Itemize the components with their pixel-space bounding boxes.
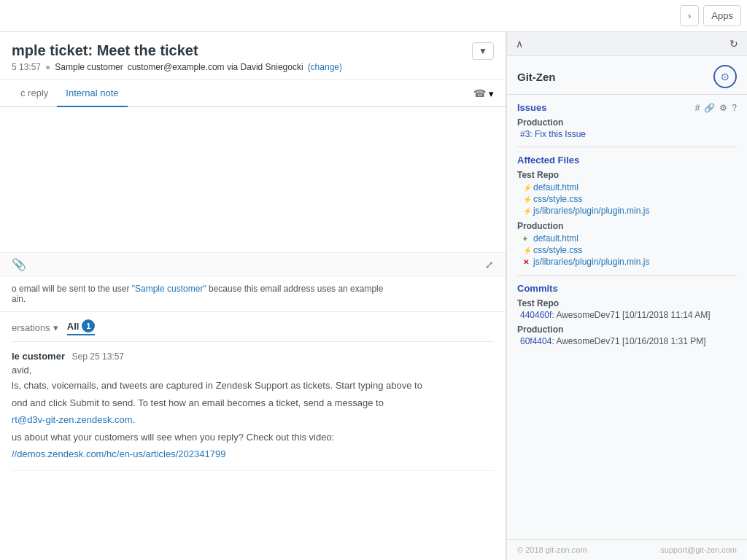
- file-name-3[interactable]: js/libraries/plugin/plugin.min.js: [533, 206, 649, 216]
- phone-icon-area: ☎ ▾: [473, 88, 494, 99]
- affected-files-title: Affected Files: [517, 155, 579, 166]
- commit-item-1: 440460f: AwesomeDev71 [10/11/2018 11:14 …: [517, 310, 737, 320]
- main-layout: mple ticket: Meet the ticket 5 13:57 ● S…: [0, 32, 747, 560]
- chevron-button[interactable]: ›: [680, 5, 699, 26]
- ticket-date: 5 13:57: [12, 62, 41, 72]
- git-zen-panel: ∧ ↻ Git-Zen ⊙ Issues # 🔗 ⚙ ? Production …: [506, 32, 747, 560]
- file-icon-modified-4: ⚡: [523, 246, 530, 254]
- message-body-3: us about what your customers will see wh…: [12, 430, 494, 445]
- commit-hash-2[interactable]: 60f4404: [520, 336, 551, 346]
- commit-item-2: 60f4404: AwesomeDev71 [10/16/2018 1:31 P…: [517, 336, 737, 346]
- message-period: .: [133, 414, 136, 425]
- file-name-1[interactable]: default.html: [533, 182, 578, 192]
- message-video-link: //demos.zendesk.com/hc/en-us/articles/20…: [12, 447, 494, 462]
- file-item-6: ✕ js/libraries/plugin/plugin.min.js: [517, 256, 737, 268]
- all-count-badge: 1: [82, 319, 95, 332]
- reply-tabs-left: c reply Internal note: [12, 80, 128, 106]
- conversations-section: ersations ▾ All 1 le customer Sep 25 13:…: [0, 312, 506, 560]
- reply-input-area[interactable]: [0, 107, 506, 253]
- customer-email: customer@example.com via David Sniegocki: [128, 62, 303, 72]
- issue-item-1[interactable]: #3: Fix this Issue: [517, 129, 737, 139]
- conversations-chevron: ▾: [53, 322, 58, 333]
- divider-2: [517, 275, 737, 276]
- tab-internal-note[interactable]: Internal note: [57, 80, 127, 107]
- help-icon[interactable]: ?: [732, 103, 737, 113]
- gear-icon[interactable]: ⚙: [719, 103, 727, 113]
- ticket-title: mple ticket: Meet the ticket: [12, 42, 342, 59]
- conversations-all-tab[interactable]: All 1: [67, 319, 96, 335]
- attach-icon[interactable]: 📎: [12, 257, 26, 271]
- commits-testrepo-label: Test Repo: [517, 298, 737, 308]
- reply-toolbar: 📎 ⤢: [0, 253, 506, 276]
- phone-icon: ☎: [473, 88, 486, 99]
- commits-production-label: Production: [517, 324, 737, 335]
- commits-section-header: Commits: [517, 283, 737, 294]
- conversations-title[interactable]: ersations ▾: [12, 322, 58, 333]
- file-name-5[interactable]: css/style.css: [533, 245, 582, 255]
- git-zen-topbar: ∧ ↻: [507, 32, 747, 56]
- file-item-2: ⚡ css/style.css: [517, 193, 737, 205]
- message-body-1: ls, chats, voicemails, and tweets are ca…: [12, 378, 494, 393]
- message-item: le customer Sep 25 13:57 avid, ls, chats…: [12, 342, 494, 471]
- git-zen-logo-icon: ⊙: [713, 65, 737, 88]
- issues-production-label: Production: [517, 117, 737, 128]
- file-item-3: ⚡ js/libraries/plugin/plugin.min.js: [517, 205, 737, 217]
- affected-files-section-header: Affected Files: [517, 155, 737, 166]
- git-zen-body: Issues # 🔗 ⚙ ? Production #3: Fix this I…: [507, 95, 747, 539]
- apps-button[interactable]: Apps: [703, 5, 741, 26]
- expand-icon[interactable]: ⤢: [485, 259, 494, 271]
- issues-section-icons: # 🔗 ⚙ ?: [695, 103, 737, 113]
- link-icon[interactable]: 🔗: [704, 103, 715, 113]
- message-date: Sep 25 13:57: [72, 351, 124, 362]
- collapse-button[interactable]: ∧: [516, 38, 523, 50]
- conversations-label: ersations: [12, 322, 50, 333]
- hash-icon[interactable]: #: [695, 103, 700, 113]
- warning-line2: ain.: [12, 294, 26, 304]
- change-link[interactable]: (change): [308, 62, 342, 72]
- ticket-meta: 5 13:57 ● Sample customer customer@examp…: [12, 62, 342, 72]
- message-link[interactable]: //demos.zendesk.com/hc/en-us/articles/20…: [12, 448, 225, 459]
- refresh-button[interactable]: ↻: [729, 38, 738, 50]
- file-name-6[interactable]: js/libraries/plugin/plugin.min.js: [533, 257, 649, 267]
- commit-hash-1[interactable]: 440460f: [520, 310, 551, 320]
- warning-text-before: o email will be sent to the user: [12, 284, 132, 294]
- ticket-dropdown[interactable]: ▼: [472, 42, 494, 60]
- warning-quoted: "Sample customer": [132, 284, 206, 294]
- issues-section-title: Issues: [517, 102, 546, 113]
- git-zen-header: Git-Zen ⊙: [507, 56, 747, 95]
- affected-files-production-label: Production: [517, 221, 737, 231]
- footer-copyright[interactable]: © 2018 git-zen.com: [517, 545, 587, 554]
- message-author: le customer: [12, 351, 65, 362]
- customer-name: Sample customer: [55, 62, 123, 72]
- reply-tabs: c reply Internal note ☎ ▾: [0, 80, 506, 107]
- message-body-email: rt@d3v-git-zen.zendesk.com.: [12, 413, 494, 427]
- message-email-link[interactable]: rt@d3v-git-zen.zendesk.com: [12, 414, 133, 425]
- file-icon-added-1: +: [523, 235, 530, 243]
- phone-chevron: ▾: [489, 88, 494, 99]
- footer-support[interactable]: support@git-zen.com: [660, 545, 737, 554]
- top-bar: › Apps: [0, 0, 747, 32]
- file-item-5: ⚡ css/style.css: [517, 244, 737, 256]
- file-icon-modified-1: ⚡: [523, 184, 530, 192]
- file-icon-modified-3: ⚡: [523, 207, 530, 215]
- file-item-4: + default.html: [517, 233, 737, 244]
- git-zen-title: Git-Zen: [517, 71, 556, 83]
- ticket-header: mple ticket: Meet the ticket 5 13:57 ● S…: [0, 32, 506, 80]
- ticket-panel: mple ticket: Meet the ticket 5 13:57 ● S…: [0, 32, 506, 560]
- meta-dot: ●: [45, 62, 50, 72]
- tab-public-reply[interactable]: c reply: [12, 80, 57, 107]
- affected-files-testrepo-label: Test Repo: [517, 170, 737, 180]
- warning-message: o email will be sent to the user "Sample…: [0, 276, 506, 312]
- message-greeting: avid,: [12, 365, 494, 376]
- divider-1: [517, 147, 737, 147]
- message-body2-text: ond and click Submit to send. To test ho…: [12, 397, 384, 408]
- file-icon-modified-2: ⚡: [523, 195, 530, 203]
- warning-text-after: because this email address uses an examp…: [206, 284, 384, 294]
- file-item-1: ⚡ default.html: [517, 182, 737, 193]
- message-body-2: ond and click Submit to send. To test ho…: [12, 396, 494, 411]
- conv-header: ersations ▾ All 1: [12, 312, 494, 342]
- file-name-2[interactable]: css/style.css: [533, 194, 582, 204]
- git-zen-footer: © 2018 git-zen.com support@git-zen.com: [507, 539, 747, 560]
- all-label: All: [67, 321, 80, 332]
- file-name-4[interactable]: default.html: [533, 233, 578, 244]
